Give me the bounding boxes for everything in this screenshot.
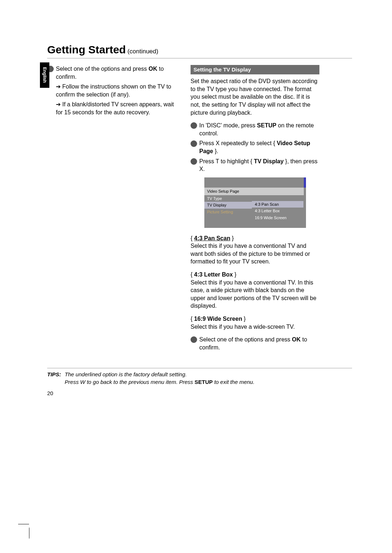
osd-item-tv-display: TV Display [204,202,252,209]
title-main: Getting Started [47,44,126,56]
step-3: 3Press T to highlight { TV Display }, th… [191,157,319,173]
crop-mark-icon [22,524,36,538]
osd-item-tv-type: TV Type [204,195,252,202]
manual-page: English Getting Started (continued) 4Sel… [0,0,392,553]
follow-instruction: ➔ Follow the instructions shown on the T… [47,83,176,98]
arrow2-text: If a blank/distorted TV screen appears, … [56,101,174,115]
intro-paragraph: Set the aspect ratio of the DVD system a… [191,77,319,116]
tips-line1: The underlined option is the factory def… [65,371,187,377]
title-sub: (continued) [127,48,158,55]
ok-label: OK [292,336,301,343]
osd-screenshot: Video Setup Page TV Type TV Display Pict… [204,177,306,228]
osd-item-wide-screen: 16:9 Wide Screen [252,214,303,221]
language-tab: English [40,62,49,88]
pan-scan-label: 4:3 Pan Scan [194,235,230,241]
osd-item-letter-box: 4:3 Letter Box [252,208,303,214]
step-number-icon: 1 [191,122,197,129]
step-1: 1In 'DISC' mode, press SETUP on the remo… [191,122,319,137]
page-number: 20 [47,390,352,396]
arrow1-text: Follow the instructions shown on the TV … [56,83,171,98]
tips-line2-b: to exit the menu. [213,379,254,385]
step-number-icon: 4 [191,336,197,343]
section-header-tv-display: Setting the TV Display [191,65,319,74]
letter-box-label: 4:3 Letter Box [194,271,233,278]
step2-b: }. [213,148,218,154]
step1-a: In 'DISC' mode, press [199,122,257,128]
step4r-a: Select one of the options and press [199,336,292,343]
step-number-icon: 2 [191,140,197,147]
step-number-icon: 3 [191,158,197,165]
osd-right-list: 4:3 Pan Scan 4:3 Letter Box 16:9 Wide Sc… [252,195,303,228]
step3-a: Press T to highlight { [199,158,254,164]
tips-footer: TIPS: The underlined option is the facto… [47,368,352,386]
left-column: 4Select one of the options and press OK … [47,65,176,353]
pan-scan-text: Select this if you have a conventional T… [191,243,310,265]
step2-a: Press X repeatedly to select { [199,140,277,146]
osd-title: Video Setup Page [204,188,306,195]
arrow-icon: ➔ [56,83,62,90]
tips-label: TIPS: [47,370,61,386]
setup-label: SETUP [257,122,276,128]
option-pan-scan: { 4:3 Pan Scan } Select this if you have… [191,234,319,266]
setup-label: SETUP [195,379,213,385]
wide-screen-text: Select this if you have a wide-screen TV… [191,324,295,330]
ok-label: OK [148,66,157,72]
tips-line2-a: Press W to go back to the previous menu … [65,379,195,385]
page-title: Getting Started (continued) [47,44,352,58]
letter-box-text: Select this if you have a conventional T… [191,279,317,309]
wide-screen-label: 16:9 Wide Screen [194,316,242,322]
step-2: 2Press X repeatedly to select { Video Se… [191,139,319,155]
step4-text-a: Select one of the options and press [56,66,148,72]
option-wide-screen: { 16:9 Wide Screen } Select this if you … [191,315,319,331]
arrow-icon: ➔ [56,101,62,107]
osd-left-list: TV Type TV Display Picture Setting [204,195,252,228]
right-column: Setting the TV Display Set the aspect ra… [191,65,319,353]
tv-display-label: TV Display [254,158,284,164]
osd-item-pan-scan: 4:3 Pan Scan [252,201,303,208]
step-4-right: 4Select one of the options and press OK … [191,336,319,351]
osd-item-picture-setting: Picture Setting [204,209,252,216]
content-columns: 4Select one of the options and press OK … [47,65,352,353]
osd-top-bar [204,177,306,188]
step-4-left: 4Select one of the options and press OK … [47,65,176,81]
blank-screen-note: ➔ If a blank/distorted TV screen appears… [47,101,176,116]
option-letter-box: { 4:3 Letter Box } Select this if you ha… [191,271,319,310]
osd-body: TV Type TV Display Picture Setting 4:3 P… [204,195,306,228]
